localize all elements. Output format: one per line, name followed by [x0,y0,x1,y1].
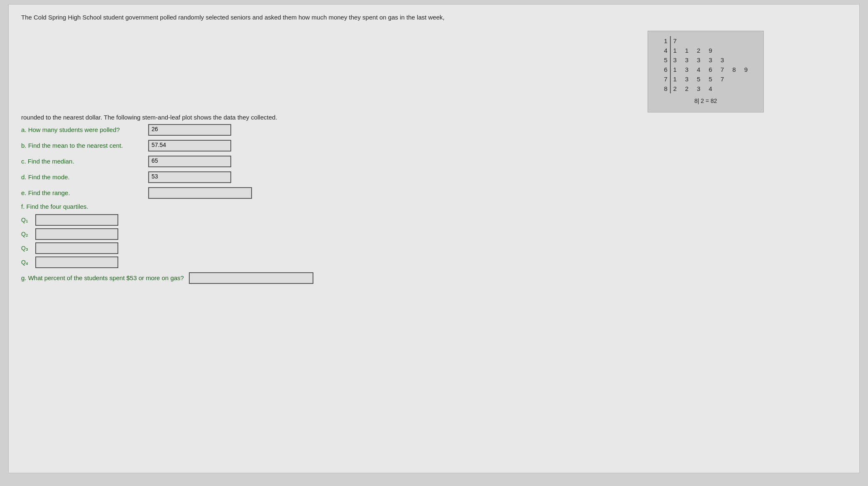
quartile-q4-row: Q₄ [21,256,830,268]
stem-1: 1 [658,36,670,46]
question-a-answer[interactable]: 26 [148,124,231,136]
question-intro: The Cold Spring High School student gove… [21,13,810,22]
quartile-q3-label: Q₃ [21,245,34,252]
question-e-answer[interactable] [148,187,252,199]
stem-7: 7 [658,74,670,84]
quartile-q1-label: Q₁ [21,217,34,223]
stem-leaf-plot: 1 7 4 1 1 2 9 5 3 3 3 3 3 6 1 3 4 6 7 [648,31,764,112]
question-a-row: a. How many students were polled? 26 [21,124,830,136]
question-g-row: g. What percent of the students spent $5… [21,272,830,284]
question-b-label: b. Find the mean to the nearest cent. [21,142,146,149]
stem-5: 5 [658,55,670,65]
stem-leaf-row-1: 1 7 [658,36,753,46]
leaf-4: 1 1 2 9 [670,46,753,55]
content-area: 1 7 4 1 1 2 9 5 3 3 3 3 3 6 1 3 4 6 7 [21,31,847,284]
question-g-answer[interactable] [189,272,313,284]
quartile-q2-label: Q₂ [21,231,34,237]
leaf-7: 1 3 5 5 7 [670,74,753,84]
stem-leaf-table: 1 7 4 1 1 2 9 5 3 3 3 3 3 6 1 3 4 6 7 [658,36,753,105]
question-e-row: e. Find the range. [21,187,830,199]
question-d-answer[interactable]: 53 [148,171,231,183]
stem-leaf-key-row: 8| 2 = 82 [658,93,753,105]
question-b-row: b. Find the mean to the nearest cent. 57… [21,140,830,151]
leaf-8: 2 2 3 4 [670,84,753,93]
question-b-answer[interactable]: 57.54 [148,140,231,151]
leaf-5: 3 3 3 3 3 [670,55,753,65]
page-container: The Cold Spring High School student gove… [8,4,860,473]
quartile-q2-input[interactable] [35,228,118,240]
quartile-q4-input[interactable] [35,256,118,268]
question-f-label: f. Find the four quartiles. [21,203,146,210]
stem-leaf-row-7: 7 1 3 5 5 7 [658,74,753,84]
question-c-row: c. Find the median. 65 [21,156,830,167]
quartile-q1-input[interactable] [35,214,118,226]
question-d-row: d. Find the mode. 53 [21,171,830,183]
question-a-label: a. How many students were polled? [21,126,146,133]
stem-8: 8 [658,84,670,93]
quartile-q2-row: Q₂ [21,228,830,240]
question-g-label: g. What percent of the students spent $5… [21,274,184,281]
stem-leaf-row-8: 8 2 2 3 4 [658,84,753,93]
stem-leaf-row-4: 4 1 1 2 9 [658,46,753,55]
stem-leaf-key: 8| 2 = 82 [658,93,753,105]
question-c-label: c. Find the median. [21,158,146,165]
quartile-q4-label: Q₄ [21,259,34,266]
stem-4: 4 [658,46,670,55]
stem-leaf-row-5: 5 3 3 3 3 3 [658,55,753,65]
leaf-1: 7 [670,36,753,46]
stem-6: 6 [658,65,670,74]
quartile-section: Q₁ Q₂ Q₃ Q₄ [21,214,830,268]
question-c-answer[interactable]: 65 [148,156,231,167]
stem-leaf-row-6: 6 1 3 4 6 7 8 9 [658,65,753,74]
question-f-row: f. Find the four quartiles. [21,203,830,210]
leaf-6: 1 3 4 6 7 8 9 [670,65,753,74]
question-d-label: d. Find the mode. [21,173,146,181]
quartile-q3-input[interactable] [35,242,118,254]
rounded-note: rounded to the nearest dollar. The follo… [21,114,830,121]
quartile-q1-row: Q₁ [21,214,830,226]
quartile-q3-row: Q₃ [21,242,830,254]
question-e-label: e. Find the range. [21,189,146,196]
